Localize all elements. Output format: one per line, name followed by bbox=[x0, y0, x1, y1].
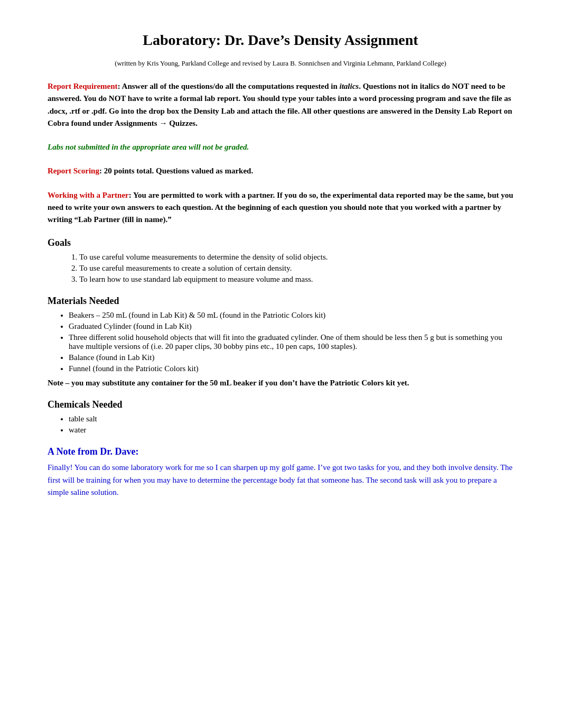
list-item: Graduated Cylinder (found in Lab Kit) bbox=[69, 322, 513, 331]
subtitle: (written by Kris Young, Parkland College… bbox=[48, 58, 513, 69]
page-title: Laboratory: Dr. Dave’s Density Assignmen… bbox=[48, 32, 513, 49]
report-requirement-block: Report Requirement: Answer all of the qu… bbox=[48, 80, 513, 130]
dr-dave-heading: A Note from Dr. Dave: bbox=[48, 446, 513, 457]
list-item: To learn how to use standard lab equipme… bbox=[79, 275, 513, 284]
labs-notice: Labs not submitted in the appropriate ar… bbox=[48, 141, 513, 153]
materials-section: Materials Needed Beakers – 250 mL (found… bbox=[48, 296, 513, 388]
chemicals-list: table salt water bbox=[69, 414, 513, 435]
report-scoring-label: Report Scoring bbox=[48, 167, 99, 175]
list-item: Three different solid household objects … bbox=[69, 333, 513, 351]
report-requirement-text1: Answer all of the questions/do all the c… bbox=[120, 82, 340, 90]
materials-note: Note – you may substitute any container … bbox=[48, 379, 513, 388]
list-item: To use careful volume measurements to de… bbox=[79, 253, 513, 262]
materials-heading: Materials Needed bbox=[48, 296, 513, 307]
goals-heading: Goals bbox=[48, 237, 513, 248]
report-scoring-text: : 20 points total. Questions valued as m… bbox=[99, 167, 253, 175]
list-item: Beakers – 250 mL (found in Lab Kit) & 50… bbox=[69, 311, 513, 320]
list-item: water bbox=[69, 426, 513, 435]
goals-list: To use careful volume measurements to de… bbox=[79, 253, 513, 284]
chemicals-section: Chemicals Needed table salt water bbox=[48, 399, 513, 435]
chemicals-heading: Chemicals Needed bbox=[48, 399, 513, 410]
working-partner-label: Working with a Partner bbox=[48, 191, 129, 199]
report-requirement-italic: italics bbox=[340, 82, 359, 90]
list-item: table salt bbox=[69, 414, 513, 423]
report-scoring-block: Report Scoring: 20 points total. Questio… bbox=[48, 165, 513, 177]
list-item: Balance (found in Lab Kit) bbox=[69, 353, 513, 362]
materials-list: Beakers – 250 mL (found in Lab Kit) & 50… bbox=[69, 311, 513, 373]
list-item: To use careful measurements to create a … bbox=[79, 264, 513, 273]
dr-dave-body: Finally! You can do some laboratory work… bbox=[48, 462, 513, 499]
working-partner-block: Working with a Partner: You are permitte… bbox=[48, 189, 513, 226]
report-requirement-label: Report Requirement bbox=[48, 82, 118, 90]
dr-dave-section: A Note from Dr. Dave: Finally! You can d… bbox=[48, 446, 513, 499]
goals-section: Goals To use careful volume measurements… bbox=[48, 237, 513, 284]
list-item: Funnel (found in the Patriotic Colors ki… bbox=[69, 364, 513, 373]
